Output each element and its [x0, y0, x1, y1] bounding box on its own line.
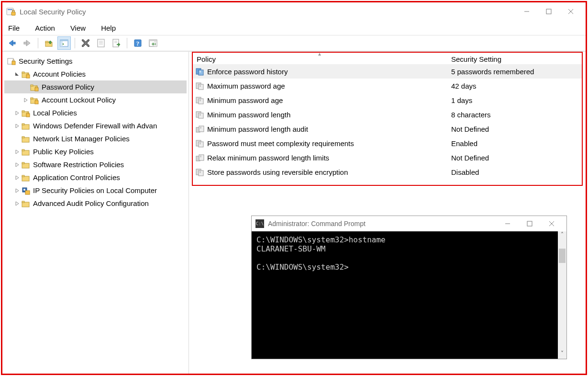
minimize-button[interactable] — [516, 4, 538, 19]
policy-row[interactable]: Relax minimum password length limitsNot … — [193, 150, 582, 165]
tree-pane: Security Settings Account Policies Passw… — [2, 52, 189, 374]
svg-rect-64 — [199, 99, 203, 104]
policy-list-frame: ▲ Policy Security Setting Enforce passwo… — [192, 52, 583, 186]
svg-rect-69 — [200, 114, 201, 114]
close-button[interactable] — [560, 4, 582, 19]
tree-network-list[interactable]: Network List Manager Policies — [4, 132, 187, 145]
menu-view[interactable]: View — [68, 23, 88, 33]
svg-rect-49 — [22, 175, 24, 177]
tree-label: Security Settings — [19, 57, 73, 65]
cmd-scrollbar[interactable]: ˄ ˅ — [558, 231, 566, 359]
expander-closed-icon[interactable] — [22, 97, 29, 103]
toolbar: ? — [2, 35, 586, 51]
tree-public-key[interactable]: Public Key Policies — [4, 145, 187, 158]
expander-closed-icon[interactable] — [14, 161, 21, 168]
show-hide-tree-button[interactable] — [57, 36, 71, 50]
expander-open-icon[interactable] — [14, 71, 21, 78]
policy-name: Minimum password length audit — [207, 125, 308, 133]
cmd-line: C:\WINDOWS\system32> — [256, 262, 349, 272]
policy-value: Not Defined — [451, 154, 489, 162]
tree-account-policies[interactable]: Account Policies — [4, 68, 187, 80]
expander-closed-icon[interactable] — [14, 200, 21, 207]
up-button[interactable] — [42, 36, 55, 50]
policy-row[interactable]: Maximum password age42 days — [193, 79, 582, 93]
cmd-close-button[interactable] — [541, 216, 563, 231]
cmd-window[interactable]: C:\ Administrator: Command Prompt — [251, 216, 567, 359]
export-button[interactable] — [110, 36, 123, 50]
delete-button[interactable] — [79, 36, 92, 50]
svg-rect-84 — [199, 171, 203, 176]
policy-row[interactable]: Password must meet complexity requiremen… — [193, 136, 582, 150]
help-button[interactable]: ? — [131, 36, 144, 50]
expander-closed-icon[interactable] — [14, 123, 21, 129]
scroll-thumb[interactable] — [559, 249, 566, 263]
tree-local-policies[interactable]: Local Policies — [4, 106, 187, 119]
folder-icon — [22, 122, 30, 130]
policy-name: Minimum password length — [207, 111, 290, 119]
policy-name: Relax minimum password length limits — [207, 154, 329, 162]
tree-ip-security[interactable]: IP Security Policies on Local Computer — [4, 184, 187, 197]
tree-firewall[interactable]: Windows Defender Firewall with Advan — [4, 119, 187, 132]
properties-button[interactable] — [94, 36, 108, 50]
policy-name: Password must meet complexity requiremen… — [207, 139, 354, 148]
sort-indicator-icon: ▲ — [317, 51, 322, 57]
tree-app-control[interactable]: Application Control Policies — [4, 171, 187, 184]
column-header-policy[interactable]: Policy — [193, 55, 451, 63]
svg-rect-27 — [12, 61, 15, 65]
policy-icon — [196, 168, 204, 176]
back-button[interactable] — [5, 36, 19, 50]
expander-closed-icon[interactable] — [14, 148, 21, 155]
scroll-down-icon[interactable]: ˅ — [561, 350, 564, 359]
policy-row[interactable]: Minimum password length8 characters — [193, 107, 582, 122]
window-title: Local Security Policy — [20, 8, 86, 16]
menu-action[interactable]: Action — [33, 23, 57, 33]
expander-closed-icon[interactable] — [14, 187, 21, 194]
forward-button[interactable] — [21, 36, 34, 50]
cmd-maximize-button[interactable] — [519, 216, 541, 231]
maximize-button[interactable] — [538, 4, 560, 19]
tree-account-lockout[interactable]: Account Lockout Policy — [4, 93, 187, 106]
expander-closed-icon[interactable] — [14, 174, 21, 181]
policy-rows: Enforce password history5 passwords reme… — [193, 64, 582, 179]
tree-label: Account Policies — [33, 70, 86, 78]
svg-rect-60 — [199, 84, 203, 90]
svg-rect-33 — [35, 88, 38, 91]
cmd-title-text: Administrator: Command Prompt — [268, 220, 366, 228]
cmd-minimize-button[interactable] — [497, 216, 519, 231]
tree-software-restriction[interactable]: Software Restriction Policies — [4, 158, 187, 171]
svg-rect-38 — [22, 111, 24, 112]
tree-password-policy[interactable]: Password Policy — [4, 80, 187, 93]
menu-help[interactable]: Help — [99, 23, 118, 33]
svg-rect-80 — [199, 155, 204, 160]
scroll-up-icon[interactable]: ˄ — [561, 231, 564, 240]
svg-rect-39 — [26, 114, 30, 117]
svg-rect-72 — [199, 126, 204, 132]
action-pane-button[interactable] — [146, 36, 160, 50]
column-header-setting[interactable]: Security Setting — [451, 55, 501, 63]
tree-root-security-settings[interactable]: Security Settings — [4, 55, 187, 68]
policy-name: Enforce password history — [207, 68, 288, 76]
policy-row[interactable]: Minimum password age1 days — [193, 93, 582, 107]
cmd-titlebar[interactable]: C:\ Administrator: Command Prompt — [252, 216, 566, 231]
svg-rect-47 — [22, 162, 24, 164]
cmd-body[interactable]: C:\WINDOWS\system32>hostname CLARANET-SB… — [252, 231, 566, 359]
svg-rect-88 — [527, 221, 532, 226]
svg-rect-86 — [200, 172, 201, 173]
svg-rect-7 — [12, 42, 15, 44]
menu-file[interactable]: File — [6, 23, 22, 33]
svg-rect-77 — [200, 143, 201, 143]
main-split: Security Settings Account Policies Passw… — [2, 51, 586, 374]
policy-row[interactable]: Enforce password history5 passwords reme… — [193, 64, 582, 79]
tree-advanced-audit[interactable]: Advanced Audit Policy Configuration — [4, 197, 187, 210]
policy-row[interactable]: Store passwords using reversible encrypt… — [193, 165, 582, 179]
svg-rect-57 — [200, 71, 201, 71]
svg-rect-12 — [60, 40, 68, 41]
svg-point-52 — [23, 189, 25, 191]
svg-rect-13 — [60, 41, 63, 46]
svg-rect-66 — [200, 101, 201, 101]
policy-icon — [196, 96, 204, 104]
expander-closed-icon[interactable] — [14, 110, 21, 116]
policy-row[interactable]: Minimum password length auditNot Defined — [193, 122, 582, 136]
policy-value: 5 passwords remembered — [451, 68, 534, 76]
svg-rect-32 — [31, 85, 33, 86]
